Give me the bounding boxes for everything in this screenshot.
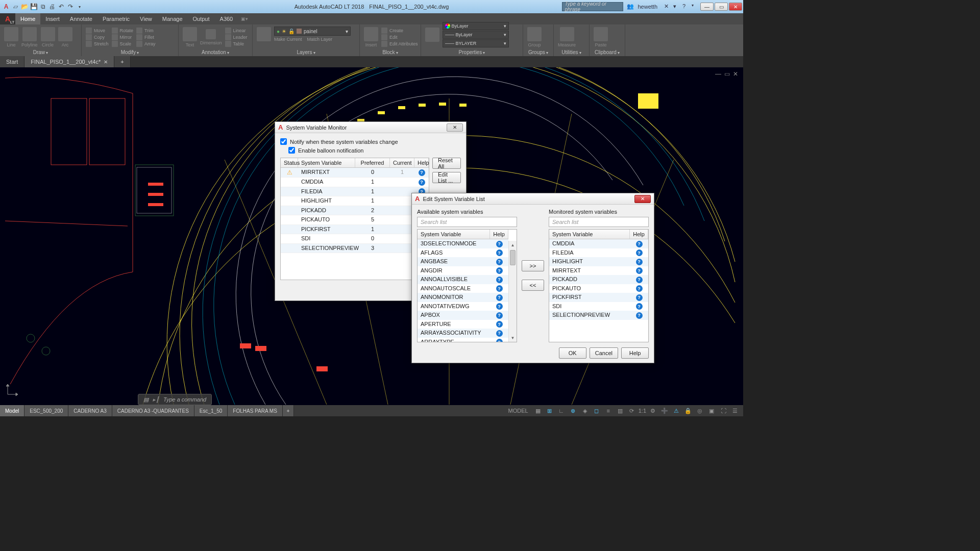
status-transp-icon[interactable]: ▥ bbox=[615, 406, 625, 415]
lineweight-dropdown[interactable]: —— ByLayer▾ bbox=[443, 31, 509, 39]
status-iso-icon[interactable]: ◈ bbox=[580, 406, 590, 415]
line-button[interactable]: Line bbox=[4, 27, 18, 47]
layout-tab[interactable]: Esc_1_50 bbox=[194, 405, 228, 416]
sysvar-row[interactable]: CMDDIA1? bbox=[281, 178, 429, 187]
balloon-checkbox[interactable]: Enable balloon notification bbox=[288, 146, 461, 155]
status-clean-icon[interactable]: ⛶ bbox=[718, 406, 728, 415]
help-icon[interactable]: ? bbox=[636, 259, 643, 265]
sysvarmon-titlebar[interactable]: A System Variable Monitor ✕ bbox=[275, 122, 466, 133]
editlist-cancel-button[interactable]: Cancel bbox=[590, 347, 618, 359]
sysvar-row[interactable]: FILEDIA1? bbox=[281, 187, 429, 197]
menu-tab-manage[interactable]: Manage bbox=[157, 13, 188, 24]
col-var[interactable]: System Variable bbox=[298, 158, 355, 167]
group-button[interactable]: Group bbox=[527, 27, 542, 47]
menu-tab-insert[interactable]: Insert bbox=[40, 13, 65, 24]
help-icon[interactable]: ? bbox=[681, 3, 688, 10]
qat-undo-icon[interactable]: ↶ bbox=[57, 3, 65, 11]
window-close-button[interactable]: ✕ bbox=[729, 3, 742, 11]
layout-tab[interactable]: FOLHAS PARA MS bbox=[228, 405, 283, 416]
menu-tab-a360[interactable]: A360 bbox=[215, 13, 238, 24]
col-help[interactable]: Help bbox=[414, 158, 429, 167]
exchange-icon[interactable]: ✕ bbox=[663, 3, 670, 10]
editlist-ok-button[interactable]: OK bbox=[559, 347, 586, 359]
monitored-row[interactable]: FILEDIA? bbox=[549, 248, 648, 258]
match-properties-button[interactable] bbox=[425, 28, 439, 42]
sysvar-row[interactable]: PICKFIRST1? bbox=[281, 225, 429, 235]
help-dd-icon[interactable]: ▾ bbox=[690, 3, 697, 10]
cmd-history-icon[interactable]: ▤ bbox=[143, 396, 149, 403]
status-hardware-icon[interactable]: ▣ bbox=[706, 406, 717, 415]
help-icon[interactable]: ? bbox=[496, 339, 503, 342]
available-row[interactable]: AFLAGS? bbox=[418, 248, 508, 258]
help-icon[interactable]: ? bbox=[636, 303, 643, 310]
qat-dropdown-icon[interactable]: ▾ bbox=[76, 3, 84, 11]
available-row[interactable]: ANNOAUTOSCALE? bbox=[418, 284, 508, 293]
tab-close-icon[interactable]: ✕ bbox=[104, 59, 108, 65]
sysvar-row[interactable]: HIGHLIGHT1? bbox=[281, 196, 429, 206]
help-icon[interactable]: ? bbox=[496, 312, 503, 319]
layout-tab-new[interactable]: + bbox=[283, 405, 294, 416]
help-icon[interactable]: ? bbox=[636, 285, 643, 292]
move-right-button[interactable]: >> bbox=[522, 260, 544, 271]
arc-button[interactable]: Arc bbox=[58, 27, 72, 47]
help-icon[interactable]: ? bbox=[496, 249, 503, 256]
available-search-input[interactable]: Search list bbox=[417, 217, 517, 227]
monitored-list[interactable]: System VariableHelp CMDDIA?FILEDIA?HIGHL… bbox=[549, 229, 649, 342]
help-icon[interactable]: ? bbox=[419, 169, 425, 176]
ribbon-minimize-icon[interactable]: ▣▾ bbox=[241, 16, 248, 21]
monitored-row[interactable]: PICKADD? bbox=[549, 275, 648, 284]
available-row[interactable]: ANNOALLVISIBLE? bbox=[418, 275, 508, 284]
editlist-titlebar[interactable]: A Edit System Variable List ✕ bbox=[412, 193, 654, 205]
status-polar-icon[interactable]: ⊕ bbox=[568, 406, 578, 415]
help-icon[interactable]: ? bbox=[496, 277, 503, 283]
viewport-controls[interactable]: —▭✕ bbox=[715, 70, 738, 78]
circle-button[interactable]: Circle bbox=[41, 27, 55, 47]
menu-tab-output[interactable]: Output bbox=[188, 13, 215, 24]
help-icon[interactable]: ? bbox=[496, 241, 503, 247]
col-cur[interactable]: Current bbox=[390, 158, 414, 167]
help-icon[interactable]: ? bbox=[496, 285, 503, 292]
available-row[interactable]: ARRAYASSOCIATIVITY? bbox=[418, 329, 508, 338]
status-sysvarmon-icon[interactable]: ⚠ bbox=[671, 406, 681, 415]
available-row[interactable]: ANNOMONITOR? bbox=[418, 293, 508, 302]
help-search-input[interactable]: Type a keyword or phrase bbox=[562, 2, 623, 11]
available-row[interactable]: ANNOTATIVEDWG? bbox=[418, 302, 508, 311]
status-isolate-icon[interactable]: ◎ bbox=[695, 406, 705, 415]
status-custom-icon[interactable]: ☰ bbox=[730, 406, 740, 415]
help-icon[interactable]: ? bbox=[419, 179, 425, 186]
layout-tab[interactable]: Model bbox=[0, 405, 24, 416]
help-icon[interactable]: ? bbox=[496, 259, 503, 265]
status-model-label[interactable]: MODEL bbox=[505, 406, 531, 415]
monitored-row[interactable]: SDI? bbox=[549, 302, 648, 311]
file-tab-current[interactable]: FINAL_PISO_1__200_vt4c*✕ bbox=[24, 56, 114, 67]
reset-all-button[interactable]: Reset All bbox=[432, 158, 461, 169]
qat-open-icon[interactable]: 📂 bbox=[20, 3, 29, 11]
qat-plot-icon[interactable]: 🖨 bbox=[48, 3, 56, 11]
help-icon[interactable]: ? bbox=[636, 277, 643, 283]
status-snap-icon[interactable]: ⊞ bbox=[545, 406, 555, 415]
paste-button[interactable]: Paste bbox=[594, 27, 608, 47]
available-list[interactable]: System VariableHelp 3DSELECTIONMODE?AFLA… bbox=[417, 229, 517, 342]
signin-icon[interactable]: 👥 bbox=[625, 3, 632, 10]
insert-button[interactable]: Insert bbox=[364, 27, 378, 47]
status-gear-icon[interactable]: ⚙ bbox=[648, 406, 658, 415]
editlist-help-button[interactable]: Help bbox=[621, 347, 649, 359]
monitored-search-input[interactable]: Search list bbox=[549, 217, 649, 227]
window-restore-button[interactable]: ▭ bbox=[715, 3, 728, 11]
sysvar-row[interactable]: PICKAUTO5? bbox=[281, 215, 429, 225]
command-line[interactable]: ▤ ▸┃ Type a command bbox=[138, 394, 212, 405]
qat-saveas-icon[interactable]: ⧉ bbox=[39, 3, 47, 11]
qat-redo-icon[interactable]: ↷ bbox=[66, 3, 75, 11]
help-icon[interactable]: ? bbox=[496, 330, 503, 337]
color-dropdown[interactable]: ByLayer▾ bbox=[443, 22, 509, 30]
status-lwt-icon[interactable]: ≡ bbox=[603, 406, 614, 415]
window-minimize-button[interactable]: — bbox=[700, 3, 714, 11]
qat-new-icon[interactable]: ▱ bbox=[11, 3, 19, 11]
linetype-dropdown[interactable]: —— BYLAYER▾ bbox=[443, 39, 509, 47]
status-osnap-icon[interactable]: ◻ bbox=[592, 406, 602, 415]
help-icon[interactable]: ? bbox=[496, 321, 503, 328]
status-cycle-icon[interactable]: ⟳ bbox=[627, 406, 637, 415]
menu-tab-home[interactable]: Home bbox=[15, 13, 40, 24]
available-row[interactable]: 3DSELECTIONMODE? bbox=[418, 239, 508, 248]
available-row[interactable]: APERTURE? bbox=[418, 320, 508, 329]
